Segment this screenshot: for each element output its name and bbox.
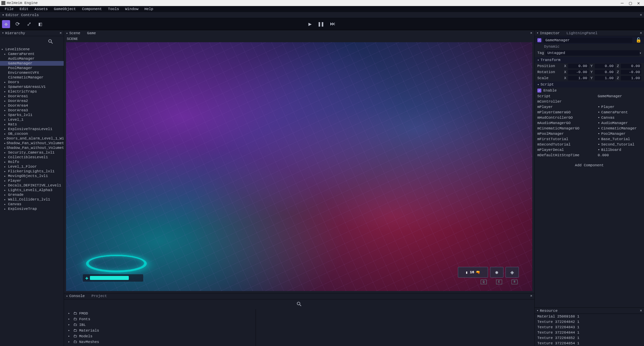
project-search[interactable] [64,299,534,309]
play-button[interactable]: ▶ [309,21,312,27]
hierarchy-root[interactable]: ▾ Level1Scene [0,47,64,52]
hierarchy-item[interactable]: ▸Doors [0,80,64,84]
minimize-button[interactable]: — [621,0,624,6]
hierarchy-item[interactable]: ▸DoorArea4 [0,103,64,108]
hierarchy-item[interactable]: ▸Level_1 [0,117,64,122]
hierarchy-item[interactable]: ▸FlickeringLights_lvl1 [0,169,64,174]
prop-value[interactable]: Player [601,105,615,109]
value-x[interactable]: 0.00 [568,64,589,68]
hierarchy-item[interactable]: AudioManager [0,56,64,61]
prop-value[interactable]: PoolManager [601,132,626,136]
value-x[interactable]: 1.00 [568,76,589,80]
project-folder[interactable]: ▸🗀Models [67,333,253,339]
hierarchy-item[interactable]: ▸OB_cocoon [0,131,64,136]
scene-viewport[interactable]: ✚ ▮16🔫 ✸ ◈ Q E R [66,42,532,291]
object-name-field[interactable]: GameManager [543,38,632,43]
tab-inspector[interactable]: Inspector [540,31,559,35]
value-z[interactable]: -0.00 [621,70,641,74]
project-folder[interactable]: ▸🗀NavMeshes [67,339,253,345]
move-tool[interactable]: ✥ [2,20,10,28]
hierarchy-item[interactable]: ▸Canvas [0,202,64,207]
tab-console[interactable]: Console [69,294,85,298]
hierarchy-item[interactable]: ▸CameraParent [0,52,64,56]
script-enable-checkbox[interactable]: ✓ [537,89,541,93]
hierarchy-item[interactable]: ▸Spawners&AreasLV1 [0,84,64,89]
maximize-button[interactable]: ▢ [629,0,632,6]
project-folder[interactable]: ▸🗀Materials [67,328,253,333]
hierarchy-item[interactable]: ▸DoorArea2 [0,99,64,103]
value-y[interactable]: 1.00 [595,76,615,80]
value-z[interactable]: 0.00 [621,64,641,68]
value-y[interactable]: 0.00 [595,70,615,74]
refresh-tool[interactable]: ⟳ [13,20,21,28]
add-component-button[interactable]: Add Component [535,161,644,169]
menu-window[interactable]: Window [122,6,141,12]
project-tree[interactable]: ▸🗀FMOD▸🗀Fonts▸🗀IBL▸🗀Materials▸🗀Models▸🗀N… [64,309,256,346]
script-field-value[interactable]: GameManager [598,94,622,98]
hierarchy-close[interactable]: × [59,31,62,35]
prop-value[interactable]: CinematicManager [601,126,637,130]
hierarchy-list[interactable]: ▾ Level1Scene ▸CameraParentAudioManagerG… [0,47,64,346]
prop-value[interactable]: CameraParent [601,110,628,114]
hierarchy-item[interactable]: ▸DoorArea3 [0,108,64,113]
tag-dropdown[interactable]: Untagged [545,50,640,56]
prop-value[interactable]: Second_Tutorial [601,142,635,147]
hierarchy-item[interactable]: CinematicManager [0,75,64,80]
tab-project[interactable]: Project [92,294,107,298]
tab-lightning[interactable]: LightningPanel [567,31,597,35]
script-section[interactable]: ▾ Script [535,81,644,88]
hierarchy-item[interactable]: ▸Shadow_Fan_without_Volumetric [0,141,64,146]
hierarchy-item[interactable]: GameManager [0,61,64,66]
project-folder[interactable]: ▸🗀IBL [67,322,253,328]
menu-help[interactable]: Help [142,6,156,12]
tab-scene[interactable]: Scene [69,31,80,35]
prop-value[interactable]: Base_Tutorial [601,137,630,141]
transform-section[interactable]: ▾ Transform [535,57,644,63]
prop-value[interactable]: Billboard [601,148,621,152]
step-button[interactable]: ⏭ [330,21,335,27]
cube-tool[interactable]: ◧ [36,20,44,28]
project-folder[interactable]: ▸🗀Fonts [67,316,253,322]
menu-tools[interactable]: Tools [105,6,122,12]
hierarchy-item[interactable]: ▸ExplosiveTrapsLevel1 [0,127,64,131]
hierarchy-item[interactable]: ▸Rolfo [0,160,64,164]
hierarchy-item[interactable]: ▸Doors_and_alarm_Level_1_With_E [0,136,64,141]
menu-file[interactable]: File [2,6,16,12]
menu-assets[interactable]: Assets [32,6,51,12]
project-folder[interactable]: ▸🗀FMOD [67,310,253,316]
menu-edit[interactable]: Edit [17,6,31,12]
hierarchy-item[interactable]: ▸Decals_DEFINITIVE_Level1 [0,183,64,188]
value-z[interactable]: 1.00 [621,76,641,80]
hierarchy-item[interactable]: ▸CollectiblesLevel1 [0,155,64,160]
hierarchy-item[interactable]: ▸Sparks_lvl1 [0,113,64,117]
hierarchy-item[interactable]: ▸ExplosiveTrap [0,207,64,211]
hierarchy-item[interactable]: ▸Rats [0,122,64,127]
close-button[interactable]: ✕ [637,0,640,6]
hierarchy-item[interactable]: ▸Level_1_Floor [0,164,64,169]
prop-value[interactable]: 0.000 [598,153,609,157]
hierarchy-item[interactable]: ▸Grenade [0,192,64,197]
hierarchy-item[interactable]: EnvironmentVFX [0,70,64,75]
editor-controls-close[interactable]: × [640,13,642,17]
menu-component[interactable]: Component [79,6,104,12]
hierarchy-item[interactable]: ▸Lights_Level1_Alpha3 [0,188,64,192]
tab-game[interactable]: Game [87,31,96,35]
enabled-checkbox[interactable]: ✓ [537,38,541,42]
hierarchy-item[interactable]: ▸DoorArea1 [0,94,64,99]
hierarchy-item[interactable]: ▸Player [0,178,64,183]
hierarchy-item[interactable]: ▸Shadow_Fan_without_Volumetric [0,146,64,150]
prop-value[interactable]: AudioManager [601,121,628,125]
scene-close[interactable]: × [530,31,532,35]
pause-button[interactable]: ❚❚ [318,21,324,27]
hierarchy-search[interactable] [0,36,64,47]
hierarchy-item[interactable]: ▸Wall_Colliders_lvl1 [0,197,64,202]
bottom-close[interactable]: × [530,294,532,298]
scale-tool[interactable]: ⤢ [25,20,33,28]
hierarchy-item[interactable]: PoolManager [0,66,64,70]
prop-value[interactable]: Canvas [601,116,615,120]
value-y[interactable]: 0.00 [595,64,615,68]
hierarchy-item[interactable]: ▸MovingObjects_lvl1 [0,174,64,178]
resource-close[interactable]: × [640,309,642,313]
hierarchy-item[interactable]: ▸ElectricTraps [0,89,64,94]
hierarchy-item[interactable]: ▸Security_Cameras_lvl1 [0,150,64,155]
